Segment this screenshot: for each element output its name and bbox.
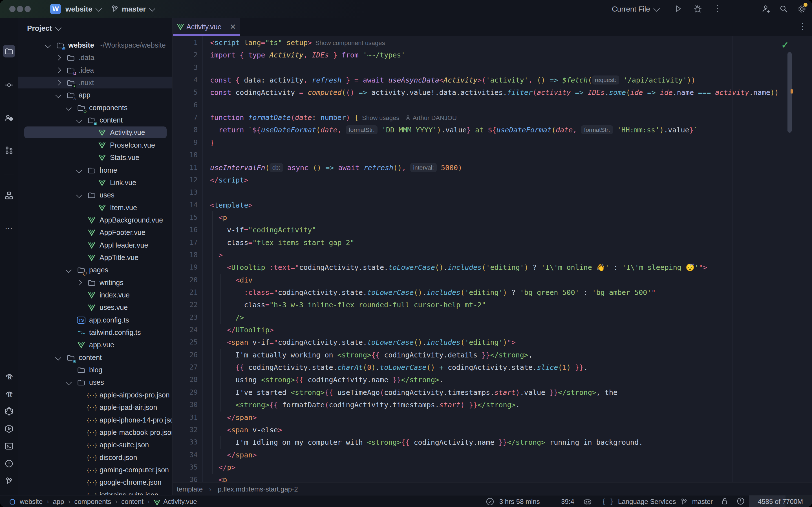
code-line-19: 19 <UTooltip :text="codingActivity.state… bbox=[173, 261, 812, 274]
folder-icon bbox=[77, 378, 86, 387]
code-editor[interactable]: 1<script lang="ts" setup> Show component… bbox=[173, 36, 812, 482]
lock-icon[interactable] bbox=[721, 497, 729, 507]
inlay-hint[interactable]: Show usages bbox=[359, 114, 405, 121]
stripe-divider bbox=[4, 175, 14, 175]
tree-item-index-vue[interactable]: index.vue bbox=[18, 289, 172, 301]
services-tool-icon[interactable] bbox=[3, 422, 15, 435]
add-user-icon[interactable] bbox=[761, 4, 771, 14]
more-tool-icon[interactable]: ⋯ bbox=[3, 222, 15, 234]
settings-icon[interactable] bbox=[797, 4, 807, 14]
tree-item-appbackground-vue[interactable]: AppBackground.vue bbox=[18, 214, 172, 226]
inlay-hint[interactable]: Show component usages bbox=[312, 40, 385, 47]
tree-item-website[interactable]: ⊕website~/Workspace/website bbox=[18, 39, 172, 51]
tree-item-apple-macbook-pro-json[interactable]: {··}apple-macbook-pro.json bbox=[18, 426, 172, 439]
inlay-hint-chip[interactable]: cb: bbox=[269, 163, 283, 172]
tree-item-apptitle-vue[interactable]: AppTitle.vue bbox=[18, 251, 172, 264]
breadcrumb-template[interactable]: template bbox=[177, 485, 203, 493]
tree-item-stats-vue[interactable]: Stats.vue bbox=[18, 151, 172, 164]
tree-item-uses[interactable]: uses bbox=[18, 189, 172, 201]
inlay-hint-chip[interactable]: formatStr: bbox=[346, 125, 377, 134]
tree-item-uses[interactable]: uses bbox=[18, 376, 172, 388]
line-number: 19 bbox=[173, 261, 198, 274]
r-plugin-a-tool-icon[interactable]: R bbox=[3, 370, 15, 383]
tree-item-apple-suite-json[interactable]: {··}apple-suite.json bbox=[18, 439, 172, 451]
pull-requests-tool-icon[interactable] bbox=[3, 144, 15, 157]
r-plugin-b-tool-icon[interactable]: R bbox=[3, 388, 15, 400]
tree-item-label: content bbox=[79, 351, 102, 363]
breadcrumb-element[interactable]: p.flex.md:items-start.gap-2 bbox=[218, 485, 298, 493]
project-tool-icon[interactable] bbox=[3, 45, 15, 57]
memory-indicator[interactable]: 4585 of 7700M bbox=[749, 496, 812, 507]
tree-item--data[interactable]: .data bbox=[18, 51, 172, 64]
git-branch-widget[interactable]: master bbox=[679, 496, 713, 507]
search-icon[interactable] bbox=[779, 4, 789, 14]
project-widget[interactable]: website bbox=[65, 0, 100, 18]
inspections-ok-icon[interactable]: ✓ bbox=[781, 40, 789, 50]
tree-item--nuxt[interactable]: ▲.nuxt bbox=[18, 76, 172, 89]
inlay-hint-chip[interactable]: interval: bbox=[410, 163, 437, 172]
tree-item-app-vue[interactable]: app.vue bbox=[18, 339, 172, 351]
tree-item--idea[interactable]: IJ.idea bbox=[18, 64, 172, 76]
tree-item-home[interactable]: home bbox=[18, 164, 172, 176]
run-icon[interactable] bbox=[673, 4, 683, 14]
tree-item-apple-ipad-air-json[interactable]: {··}apple-ipad-air.json bbox=[18, 401, 172, 413]
window-minimize-button[interactable] bbox=[17, 6, 23, 12]
line-number: 12 bbox=[173, 174, 198, 186]
tree-item-blog[interactable]: blog bbox=[18, 363, 172, 376]
problems-icon[interactable] bbox=[737, 497, 745, 507]
debug-icon[interactable] bbox=[693, 4, 703, 14]
language-services-widget[interactable]: { } Language Services bbox=[602, 496, 676, 507]
wakatime-widget[interactable]: 3 hrs 58 mins bbox=[486, 496, 540, 507]
tree-item-google-chrome-json[interactable]: {··}google-chrome.json bbox=[18, 476, 172, 489]
problems-tool-icon[interactable] bbox=[3, 457, 15, 470]
project-panel-header[interactable]: Project bbox=[27, 21, 60, 36]
tree-item-discord-json[interactable]: {··}discord.json bbox=[18, 451, 172, 464]
tree-item-writings[interactable]: writings bbox=[18, 276, 172, 289]
tree-item-app-config-ts[interactable]: TSapp.config.ts bbox=[18, 314, 172, 326]
tab-close-icon[interactable]: ✕ bbox=[230, 22, 236, 31]
version-control-tool-icon[interactable] bbox=[3, 475, 15, 487]
tree-item-uses-vue[interactable]: uses.vue bbox=[18, 301, 172, 314]
tree-item-app[interactable]: △app bbox=[18, 89, 172, 101]
tree-item-link-vue[interactable]: Link.vue bbox=[18, 176, 172, 189]
tree-item-label: content bbox=[100, 114, 123, 126]
tree-item-apple-iphone-14-pro-json[interactable]: {··}apple-iphone-14-pro.json bbox=[18, 414, 172, 426]
code-line-35: 35 </p> bbox=[173, 461, 812, 474]
tree-item-item-vue[interactable]: Item.vue bbox=[18, 202, 172, 214]
tree-item-proseicon-vue[interactable]: ProseIcon.vue bbox=[18, 139, 172, 151]
tree-item-tailwind-config-ts[interactable]: tailwind.config.ts bbox=[18, 326, 172, 339]
tree-item-gaming-computer-json[interactable]: {··}gaming-computer.json bbox=[18, 464, 172, 476]
tree-item-appfooter-vue[interactable]: AppFooter.vue bbox=[18, 226, 172, 238]
tree-item-label: google-chrome.json bbox=[100, 476, 161, 489]
tree-item-appheader-vue[interactable]: AppHeader.vue bbox=[18, 239, 172, 251]
tree-item-components[interactable]: ◇components bbox=[18, 101, 172, 114]
caret-position[interactable]: 39:4 bbox=[561, 496, 574, 507]
tree-item-apple-airpods-pro-json[interactable]: {··}apple-airpods-pro.json bbox=[18, 389, 172, 401]
structure-tool-icon[interactable] bbox=[3, 189, 15, 202]
run-configuration[interactable]: Current File bbox=[612, 0, 658, 18]
window-zoom-button[interactable] bbox=[24, 6, 31, 12]
tree-item-activity-vue[interactable]: Activity.vue bbox=[18, 126, 172, 138]
code-with-me-tool-icon[interactable]: ? bbox=[3, 112, 15, 124]
copilot-status-icon[interactable] bbox=[583, 497, 592, 507]
tree-item-pages[interactable]: pages bbox=[18, 264, 172, 276]
status-breadcrumb[interactable]: website›app›components›content›Activity.… bbox=[8, 496, 197, 507]
vcs-widget[interactable]: master bbox=[122, 0, 154, 18]
tree-item-label: tailwind.config.ts bbox=[89, 326, 141, 339]
terminal-tool-icon[interactable] bbox=[3, 440, 15, 452]
window-close-button[interactable] bbox=[9, 6, 15, 12]
inlay-hint-chip[interactable]: formatStr: bbox=[581, 125, 613, 134]
tree-item-content[interactable]: ▣content bbox=[18, 114, 172, 126]
tree-item-jetbrains-suite-json[interactable]: {··}jetbrains-suite.json bbox=[18, 489, 172, 495]
tab-activity-vue[interactable]: Activity.vue ✕ bbox=[173, 18, 240, 36]
graphql-tool-icon[interactable] bbox=[3, 405, 15, 417]
inlay-hint-chip[interactable]: request: bbox=[592, 75, 619, 84]
more-icon[interactable]: ⋮ bbox=[713, 3, 719, 13]
inlay-hint[interactable]: Arthur DANJOU bbox=[411, 114, 457, 121]
tree-item-content[interactable]: ▣content bbox=[18, 351, 172, 363]
warning-stripe-mark[interactable] bbox=[791, 89, 793, 94]
tree-item-label: gaming-computer.json bbox=[100, 464, 169, 476]
json-icon: {··} bbox=[87, 441, 96, 450]
tab-options-icon[interactable]: ⋮ bbox=[799, 21, 807, 31]
commit-tool-icon[interactable] bbox=[3, 79, 15, 91]
